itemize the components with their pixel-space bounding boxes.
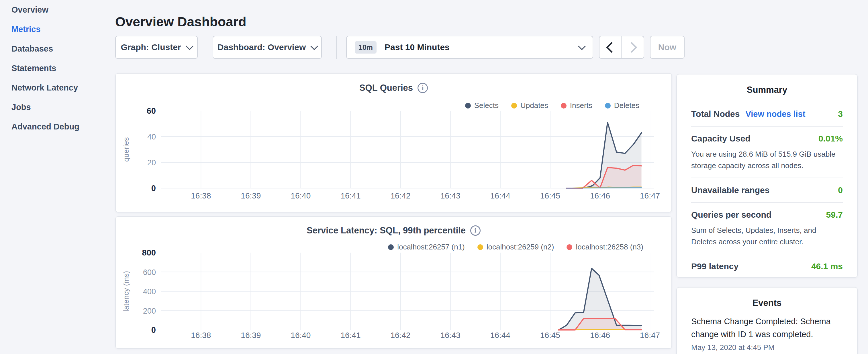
toolbar-divider	[336, 36, 337, 59]
event-text: Schema Change Completed: Schema change w…	[691, 315, 843, 341]
summary-panel: Summary Total Nodes View nodes list 3 Ca…	[676, 74, 858, 278]
svg-text:0: 0	[151, 325, 156, 334]
event-item[interactable]: Schema Change Completed: Schema change w…	[691, 315, 843, 352]
svg-text:16:41: 16:41	[340, 191, 361, 200]
unavailable-ranges-value: 0	[838, 185, 843, 196]
sidebar: Overview Metrics Databases Statements Ne…	[0, 0, 115, 136]
svg-text:16:38: 16:38	[191, 191, 211, 200]
graph-scope-label: Graph: Cluster	[121, 42, 181, 52]
chevron-left-icon	[606, 42, 617, 53]
svg-text:16:44: 16:44	[490, 331, 510, 340]
chevron-down-icon	[310, 42, 318, 50]
summary-row-qps: Queries per second 59.7 Sum of Selects, …	[691, 203, 843, 254]
sidebar-item-advanced-debug[interactable]: Advanced Debug	[0, 117, 115, 136]
time-next-button[interactable]	[622, 36, 644, 58]
svg-text:16:40: 16:40	[290, 191, 311, 200]
svg-text:16:44: 16:44	[490, 191, 510, 200]
sidebar-item-jobs[interactable]: Jobs	[0, 97, 115, 117]
svg-text:16:39: 16:39	[241, 191, 261, 200]
chart-plot-area[interactable]: 16:3816:3916:4016:4116:4216:4316:4416:45…	[116, 74, 673, 214]
qps-value: 59.7	[826, 209, 843, 221]
time-range-dropdown[interactable]: 10m Past 10 Minutes	[346, 36, 593, 59]
event-timestamp: May 13, 2020 at 4:45 PM	[691, 343, 843, 352]
svg-text:16:39: 16:39	[241, 331, 261, 340]
time-prev-button[interactable]	[599, 36, 622, 58]
chart-plot-area[interactable]: 16:3816:3916:4016:4116:4216:4316:4416:45…	[116, 217, 673, 351]
capacity-used-description: You are using 28.6 MiB of 515.9 GiB usab…	[691, 148, 843, 171]
chevron-down-icon	[186, 42, 193, 50]
svg-text:16:40: 16:40	[290, 331, 311, 340]
svg-text:16:43: 16:43	[440, 331, 461, 340]
svg-text:16:43: 16:43	[440, 191, 461, 200]
total-nodes-label: Total Nodes	[691, 108, 740, 120]
dashboard-label: Dashboard: Overview	[217, 42, 306, 52]
svg-text:16:46: 16:46	[590, 331, 610, 340]
now-button[interactable]: Now	[650, 36, 685, 59]
view-nodes-list-link[interactable]: View nodes list	[745, 108, 805, 120]
sql-queries-chart-card: SQL Queries SelectsUpdatesInsertsDeletes…	[115, 73, 672, 213]
svg-text:0: 0	[151, 184, 156, 193]
sidebar-item-metrics[interactable]: Metrics	[0, 20, 115, 39]
p99-latency-label: P99 latency	[691, 261, 739, 272]
qps-description: Sum of Selects, Updates, Inserts, and De…	[691, 225, 843, 248]
qps-label: Queries per second	[691, 209, 771, 221]
svg-text:16:47: 16:47	[640, 191, 660, 200]
time-step-buttons	[599, 36, 644, 59]
events-title: Events	[691, 298, 843, 308]
graph-scope-dropdown[interactable]: Graph: Cluster	[115, 36, 198, 59]
service-latency-chart-card: Service Latency: SQL, 99th percentile lo…	[115, 216, 672, 349]
svg-text:200: 200	[143, 307, 156, 315]
total-nodes-value: 3	[838, 108, 843, 120]
capacity-used-value: 0.01%	[818, 133, 843, 144]
summary-row-total-nodes: Total Nodes View nodes list 3	[691, 102, 843, 127]
chevron-right-icon	[626, 42, 637, 53]
svg-text:400: 400	[143, 287, 156, 296]
svg-text:16:47: 16:47	[640, 331, 660, 340]
svg-text:16:41: 16:41	[340, 331, 361, 340]
page-title: Overview Dashboard	[115, 14, 246, 30]
sidebar-item-network-latency[interactable]: Network Latency	[0, 78, 115, 97]
svg-text:600: 600	[143, 268, 156, 277]
svg-text:60: 60	[147, 106, 156, 116]
svg-text:16:42: 16:42	[391, 331, 411, 340]
svg-text:16:42: 16:42	[391, 191, 411, 200]
svg-text:16:45: 16:45	[540, 191, 560, 200]
events-panel: Events Schema Change Completed: Schema c…	[676, 287, 858, 354]
summary-row-capacity: Capacity Used 0.01% You are using 28.6 M…	[691, 127, 843, 178]
svg-text:40: 40	[147, 133, 156, 141]
p99-latency-value: 46.1 ms	[811, 261, 843, 272]
chart-svg: 16:3816:3916:4016:4116:4216:4316:4416:45…	[116, 74, 673, 213]
svg-text:800: 800	[142, 248, 156, 257]
svg-text:16:45: 16:45	[540, 331, 560, 340]
capacity-used-label: Capacity Used	[691, 133, 750, 144]
svg-text:16:46: 16:46	[590, 191, 610, 200]
summary-row-p99: P99 latency 46.1 ms	[691, 254, 843, 279]
summary-title: Summary	[691, 85, 843, 95]
sidebar-item-databases[interactable]: Databases	[0, 39, 115, 58]
time-range-label: Past 10 Minutes	[384, 42, 450, 52]
overview-dashboard-page: Overview Metrics Databases Statements Ne…	[0, 0, 868, 354]
svg-text:20: 20	[147, 158, 156, 167]
chart-svg: 16:3816:3916:4016:4116:4216:4316:4416:45…	[116, 217, 673, 349]
unavailable-ranges-label: Unavailable ranges	[691, 185, 769, 196]
summary-row-unavailable-ranges: Unavailable ranges 0	[691, 178, 843, 203]
sidebar-item-overview[interactable]: Overview	[0, 0, 115, 20]
chevron-down-icon	[578, 42, 586, 50]
time-range-badge: 10m	[355, 41, 376, 54]
svg-text:16:38: 16:38	[191, 331, 211, 340]
dashboard-dropdown[interactable]: Dashboard: Overview	[213, 36, 322, 59]
sidebar-item-statements[interactable]: Statements	[0, 58, 115, 78]
